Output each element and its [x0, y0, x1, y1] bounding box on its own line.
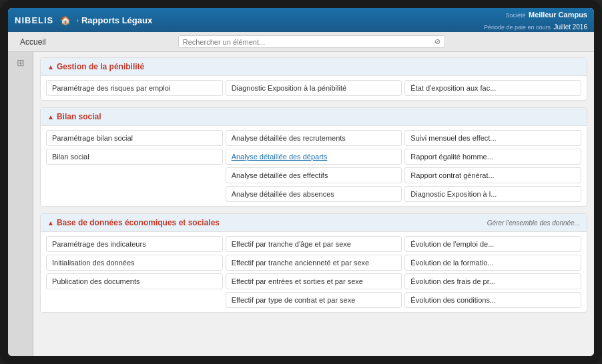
list-item[interactable]: Rapport contrat générat... — [404, 167, 581, 183]
publication-item[interactable]: Publication des documents — [46, 273, 223, 289]
col-2: État d'exposition aux fac... — [404, 80, 581, 96]
section-bilan-social: ▲ Bilan social Paramétrage bilan social … — [40, 107, 587, 207]
list-item[interactable]: Effectif par tranche ancienneté et par s… — [226, 255, 402, 271]
col-0: Paramétrage des risques par emploi — [46, 80, 223, 96]
section-title-bdes: ▲ Base de données économiques et sociale… — [47, 218, 220, 227]
search-icon: ⊘ — [434, 37, 440, 46]
list-item[interactable]: Analyse détaillée des absences — [226, 186, 402, 202]
section-title-bilan: ▲ Bilan social — [47, 112, 101, 121]
list-item[interactable]: Évolution des frais de pr... — [404, 273, 581, 289]
period-value: Juillet 2016 — [553, 23, 587, 31]
nav-bar: Accueil ⊘ — [8, 32, 594, 52]
col-1: Analyse détaillée des recrutements Analy… — [226, 130, 402, 202]
period-label: Période de paie en cours — [484, 24, 551, 31]
company-name: Meilleur Campus — [529, 11, 587, 19]
list-item[interactable]: Analyse détaillée des effectifs — [226, 167, 402, 183]
section-header-bdes: ▲ Base de données économiques et sociale… — [41, 214, 587, 232]
items-grid-penibilite: Paramétrage des risques par emploi Diagn… — [46, 80, 581, 96]
col-0: Paramétrage des indicateurs Initialisati… — [46, 236, 223, 308]
main-content: ▲ Gestion de la pénibilité Paramétrage d… — [33, 52, 594, 356]
chevron-icon: ▲ — [47, 219, 54, 227]
breadcrumb-sep: › — [76, 16, 79, 24]
list-item[interactable]: Évolution de l'emploi de... — [404, 236, 581, 252]
col-2: Évolution de l'emploi de... Évolution de… — [404, 236, 581, 308]
content-area: ⊞ ▲ Gestion de la pénibilité — [8, 52, 594, 356]
list-item[interactable]: Suivi mensuel des effect... — [404, 130, 581, 146]
list-item[interactable]: Bilan social — [46, 149, 223, 165]
chevron-icon: ▲ — [47, 113, 54, 121]
section-body-bilan: Paramétrage bilan social Bilan social An… — [41, 126, 587, 206]
section-header-penibilite: ▲ Gestion de la pénibilité — [41, 58, 587, 76]
sidebar: ⊞ — [8, 52, 33, 356]
list-item[interactable]: Effectif par type de contrat et par sexe — [226, 292, 402, 308]
list-item[interactable]: Rapport égalité homme... — [404, 149, 581, 165]
company-label: Société — [505, 12, 525, 19]
nav-accueil[interactable]: Accueil — [15, 36, 51, 48]
list-item[interactable]: Analyse détaillée des recrutements — [226, 130, 402, 146]
col-1: Diagnostic Exposition à la pénibilité — [226, 80, 402, 96]
section-header-bilan: ▲ Bilan social — [41, 108, 587, 126]
col-2: Suivi mensuel des effect... Rapport égal… — [404, 130, 581, 202]
search-box[interactable]: ⊘ — [178, 35, 445, 48]
app-logo: NIBELIS — [15, 15, 53, 25]
section-body-bdes: Paramétrage des indicateurs Initialisati… — [41, 232, 587, 312]
list-item[interactable]: État d'exposition aux fac... — [404, 80, 581, 96]
items-grid-bdes: Paramétrage des indicateurs Initialisati… — [46, 236, 581, 308]
list-item[interactable]: Initialisation des données — [46, 255, 223, 271]
items-grid-bilan: Paramétrage bilan social Bilan social An… — [46, 130, 581, 202]
list-item[interactable]: Évolution de la formatio... — [404, 255, 581, 271]
section-title-penibilite: ▲ Gestion de la pénibilité — [47, 62, 144, 71]
list-item[interactable]: Évolution des conditions... — [404, 292, 581, 308]
list-item[interactable]: Paramétrage des indicateurs — [46, 236, 223, 252]
list-item[interactable]: Paramétrage des risques par emploi — [46, 80, 223, 96]
top-bar: NIBELIS 🏠 › Rapports Légaux Société Meil… — [8, 8, 594, 32]
list-item[interactable]: Paramétrage bilan social — [46, 130, 223, 146]
page-title: Rapports Légaux — [81, 15, 152, 25]
section-bdes: ▲ Base de données économiques et sociale… — [40, 213, 587, 313]
company-info: Société Meilleur Campus Période de paie … — [484, 8, 587, 32]
grid-icon[interactable]: ⊞ — [17, 57, 25, 68]
device-frame: NIBELIS 🏠 › Rapports Légaux Société Meil… — [0, 0, 602, 364]
section-body-penibilite: Paramétrage des risques par emploi Diagn… — [41, 76, 587, 100]
search-input[interactable] — [183, 38, 434, 46]
col-1: Effectif par tranche d'âge et par sexe E… — [226, 236, 402, 308]
device-screen: NIBELIS 🏠 › Rapports Légaux Société Meil… — [8, 8, 594, 356]
col-0: Paramétrage bilan social Bilan social — [46, 130, 223, 202]
chevron-icon: ▲ — [47, 63, 54, 71]
section-subtitle-bdes: Gérer l'ensemble des donnée... — [487, 219, 580, 227]
list-item[interactable]: Diagnostic Exposition à la pénibilité — [226, 80, 402, 96]
list-item[interactable]: Effectif par tranche d'âge et par sexe — [226, 236, 402, 252]
list-item[interactable]: Analyse détaillée des départs — [226, 149, 402, 165]
section-penibilite: ▲ Gestion de la pénibilité Paramétrage d… — [40, 57, 587, 101]
list-item[interactable]: Effectif par entrées et sorties et par s… — [226, 273, 402, 289]
list-item[interactable]: Diagnostic Exposition à l... — [404, 186, 581, 202]
home-icon[interactable]: 🏠 — [60, 15, 71, 25]
